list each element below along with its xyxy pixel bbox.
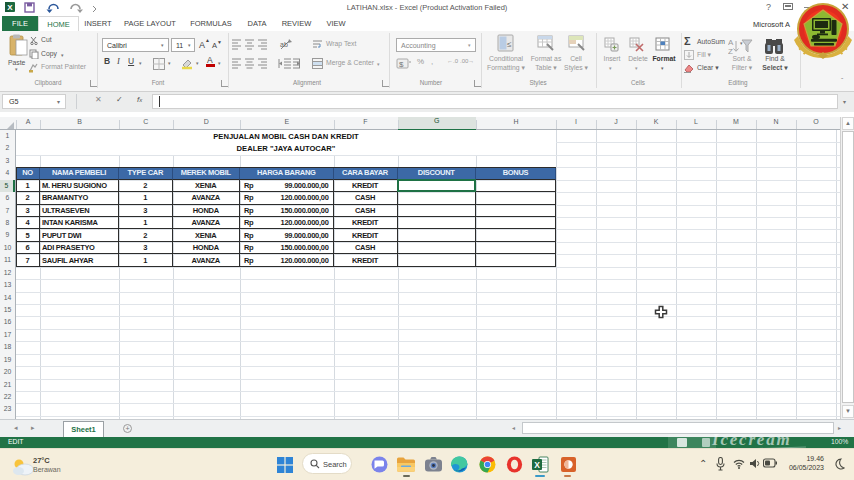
svg-text:X: X <box>7 3 13 12</box>
svg-text:ab: ab <box>280 41 288 48</box>
svg-text:≤: ≤ <box>507 40 512 49</box>
svg-text:X: X <box>534 460 540 470</box>
svg-text:$: $ <box>399 60 404 69</box>
svg-text:A: A <box>728 38 734 47</box>
